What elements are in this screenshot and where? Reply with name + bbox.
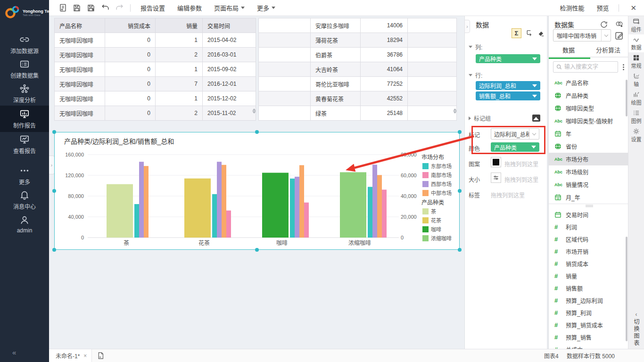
selection-handle[interactable] [52,130,56,134]
bar-sales-1-2[interactable] [222,165,226,238]
bar-margin-1[interactable] [184,179,211,238]
edit-dataset-icon[interactable] [614,31,624,41]
sidebar-collapse-button[interactable]: « [12,348,16,356]
bar-sales-2-0[interactable] [290,179,295,238]
bar-sales-3-0[interactable] [368,187,372,238]
table-cell[interactable]: 77252 [361,77,408,91]
table-cell[interactable]: 薄荷花茶 [311,33,361,48]
mark-type-dropdown[interactable]: 边际利润_总和 [491,128,539,140]
legend-label[interactable]: 南部市场 [431,172,452,178]
table-cell[interactable] [259,33,311,48]
selection-handle[interactable] [255,248,259,252]
legend-swatch[interactable] [422,217,429,223]
sidebar-item-message-center[interactable]: 消息中心 [0,188,49,212]
bar-sales-1-3[interactable] [226,211,231,238]
column-header[interactable]: 产品名称 [55,18,105,33]
row-pill-sales-sum[interactable]: 销售额_总和 [476,91,540,100]
dimension-scrollbar[interactable] [626,80,627,116]
strip-item-wave[interactable]: 数据 [628,34,644,52]
eraser-icon[interactable] [537,29,546,38]
strip-item-grid[interactable]: 常规 [628,52,644,71]
sidebar-item-create-dataset[interactable]: 创建数据集 [0,57,49,81]
selection-handle[interactable] [52,189,56,193]
field-item-dimension[interactable]: 省份 [549,140,628,153]
table-cell[interactable]: 无咖啡因咖啡 [55,91,105,106]
strip-item-legend[interactable]: 图例 [628,107,644,126]
legend-label[interactable]: 茶 [431,209,436,214]
sidebar-item-make-report[interactable]: 制作报告 [0,106,49,132]
menu-edit-params[interactable]: 编辑参数 [171,3,208,12]
legend-label[interactable]: 西部市场 [431,181,452,187]
sidebar-item-admin[interactable]: admin [0,212,49,237]
table2-scroll-indicator[interactable] [453,108,457,114]
table-cell[interactable] [259,77,311,91]
field-item-measure[interactable]: # 利润 [549,221,628,233]
table-row[interactable]: 哥伦比亚咖啡 77252 [259,77,457,91]
table-cell[interactable]: 大吉岭茶 [311,62,361,77]
save-icon[interactable] [70,2,84,14]
table-cell[interactable]: 36786 [361,48,408,62]
table-row[interactable]: 伯爵茶 36786 [259,48,457,62]
field-item-measure[interactable]: 交易时间 [549,208,628,221]
field-item-measure[interactable]: # 市场开销 [549,245,628,257]
table-cell[interactable]: 0 [105,77,156,91]
table-cell[interactable]: 2015-12-02 [203,91,256,106]
sidebar-item-add-datasource[interactable]: 添加数据源 [0,32,49,57]
legend-swatch[interactable] [422,172,429,178]
table-cell[interactable] [259,62,311,77]
table-cell[interactable]: 2016-03-01 [203,48,256,62]
table-cell[interactable] [408,62,457,77]
redo-icon[interactable] [112,2,126,14]
report-canvas[interactable]: › 产品名称 销货成本 销量 交易时间 无咖啡因咖啡 0 1 2015-04-0… [49,16,464,349]
table-cell[interactable] [408,33,457,48]
bar-sales-2-1[interactable] [295,177,299,238]
pattern-swatch[interactable] [491,157,501,167]
join-icon[interactable] [615,20,624,29]
strip-item-axis[interactable]: 轴 [628,71,644,89]
save-as-icon[interactable] [84,2,98,14]
field-item-measure[interactable]: # 预算_销货成本 [549,319,628,331]
table-cell[interactable] [259,106,311,121]
table-cell[interactable]: 2015-09-02 [203,62,256,77]
legend-label[interactable]: 花茶 [431,218,441,223]
legend-label[interactable]: 东部市场 [431,163,452,169]
table-cell[interactable] [259,48,311,62]
field-item-measure[interactable]: # 预算_销售 [549,331,628,343]
table-cell[interactable]: 0 [105,33,156,48]
table-cell[interactable]: 25148 [361,106,408,121]
table-cell[interactable]: 1 [156,33,203,48]
switch-chart-button[interactable]: ‹ 切换图表 [628,311,644,347]
bar-sales-3-2[interactable] [377,175,382,238]
bar-sales-3-1[interactable] [372,165,377,238]
selection-handle[interactable] [255,130,259,134]
list-resize-handle[interactable] [549,204,628,207]
bar-sales-1-0[interactable] [212,194,217,238]
table-cell[interactable]: 无咖啡因咖啡 [55,77,105,91]
table-row[interactable]: 无咖啡因咖啡 0 1 2015-09-02 [55,62,256,77]
field-item-dimension[interactable]: Abc 销量情况 [549,178,628,191]
size-slider-icon[interactable] [491,173,501,183]
table-cell[interactable]: 绿茶 [311,106,361,121]
legend-swatch[interactable] [422,235,429,241]
table-cell[interactable]: 黄春菊花茶 [311,91,361,106]
field-item-measure[interactable]: # 预算_边际利润 [549,294,628,306]
table-cell[interactable] [408,106,457,121]
field-item-measure[interactable]: # 销售额 [549,282,628,294]
menu-page-layout[interactable]: 页面布局 [208,3,251,12]
aggregate-sigma-icon[interactable]: Σ [512,28,521,38]
table-row[interactable]: 无咖啡因咖啡 0 1 2015-12-02 [55,91,256,106]
undo-icon[interactable] [98,2,112,14]
row-pill-margin-sum[interactable]: 边际利润_总和 [476,81,540,90]
new-report-icon[interactable] [56,2,70,14]
rows-section-label[interactable]: 行: [469,71,482,79]
bar-sales-2-3[interactable] [304,203,309,238]
preview-button[interactable]: 预览 [590,3,615,12]
table-row[interactable]: 无咖啡因咖啡 0 7 2016-12-01 [55,77,256,91]
selection-handle[interactable] [52,248,56,252]
table-cell[interactable] [408,77,457,91]
bar-sales-0-2[interactable] [144,166,149,238]
columns-section-label[interactable]: 列: [469,43,482,51]
color-pill-product-category[interactable]: 产品种类 [491,142,539,152]
table-cell[interactable]: 0 [105,91,156,106]
table-cell[interactable]: 14006 [361,18,408,33]
